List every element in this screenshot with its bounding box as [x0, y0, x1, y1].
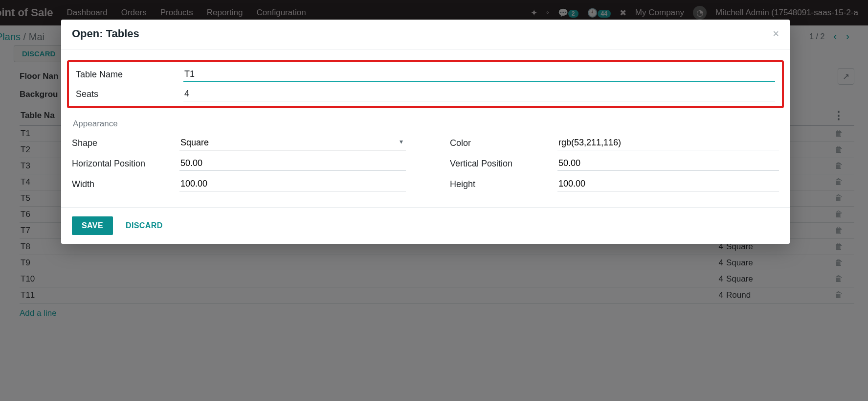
discard-button[interactable]: DISCARD — [126, 221, 163, 230]
chevron-down-icon[interactable]: ▾ — [400, 138, 403, 145]
close-icon[interactable]: × — [773, 27, 779, 40]
table-name-input[interactable] — [183, 67, 775, 82]
seats-label: Seats — [76, 89, 183, 99]
color-label: Color — [450, 138, 557, 148]
tables-modal: Open: Tables × Table Name Seats Appearan… — [61, 20, 790, 244]
height-input[interactable] — [557, 177, 779, 191]
appearance-section-title: Appearance — [73, 119, 779, 129]
height-label: Height — [450, 179, 557, 189]
shape-select[interactable]: ▾ — [179, 136, 406, 150]
seats-input[interactable] — [183, 87, 775, 101]
vpos-label: Vertical Position — [450, 159, 557, 169]
highlighted-fields: Table Name Seats — [67, 60, 784, 108]
hpos-input[interactable] — [179, 156, 406, 171]
color-input[interactable] — [557, 136, 779, 150]
width-input[interactable] — [179, 177, 406, 191]
shape-label: Shape — [72, 138, 179, 148]
width-label: Width — [72, 179, 179, 189]
vpos-input[interactable] — [557, 156, 779, 171]
shape-input[interactable] — [179, 136, 406, 150]
save-button[interactable]: SAVE — [72, 216, 113, 235]
table-name-label: Table Name — [76, 70, 183, 80]
hpos-label: Horizontal Position — [72, 159, 179, 169]
modal-title: Open: Tables — [72, 27, 139, 40]
